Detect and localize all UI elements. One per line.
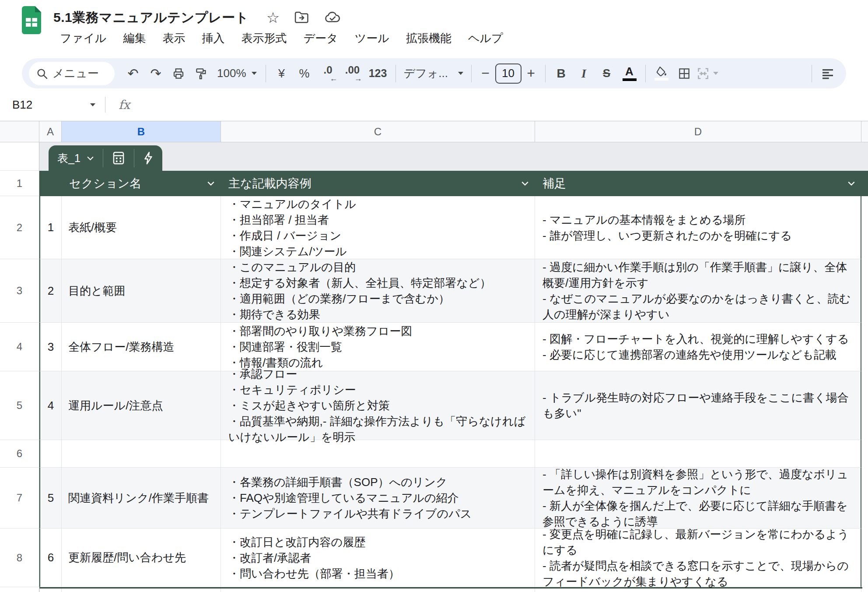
table-range-button[interactable] — [103, 145, 134, 171]
column-header-d[interactable]: D — [535, 121, 861, 142]
titlebar: 5.1業務マニュアルテンプレート ☆ ファイル 編集 表示 挿入 表示形式 デー… — [0, 0, 868, 58]
paint-format-button[interactable] — [190, 62, 213, 85]
row-number-2[interactable]: 2 — [0, 196, 39, 259]
sheets-logo-icon[interactable] — [18, 6, 44, 34]
more-formats-button[interactable]: 123 — [365, 67, 391, 80]
cell-a9[interactable] — [39, 588, 62, 592]
undo-button[interactable]: ↶ — [122, 62, 144, 85]
cell-b8[interactable]: 更新履歴/問い合わせ先 — [62, 529, 221, 587]
format-currency-button[interactable]: ¥ — [270, 62, 293, 85]
horizontal-align-button[interactable] — [816, 62, 839, 85]
cell-d2[interactable]: - マニュアルの基本情報をまとめる場所 - 誰が管理し、いつ更新されたのかを明確… — [535, 196, 861, 259]
merge-cells-icon — [696, 66, 710, 81]
cell-c7[interactable]: ・各業務の詳細手順書（SOP）へのリンク ・FAQや別途管理しているマニュアルの… — [221, 468, 535, 529]
menu-help[interactable]: ヘルプ — [460, 28, 511, 49]
cell-a4[interactable]: 3 — [39, 323, 62, 371]
header-cell-note[interactable]: 補足 — [535, 171, 861, 196]
menu-tools[interactable]: ツール — [346, 28, 398, 49]
merge-cells-button[interactable] — [696, 66, 718, 81]
cell-d3[interactable]: - 過度に細かい作業手順は別の「作業手順書」に譲り、全体概要/運用方針を示す -… — [535, 259, 861, 323]
select-all-corner[interactable] — [0, 121, 39, 142]
cell-a6[interactable] — [39, 440, 62, 468]
menu-insert[interactable]: 挿入 — [193, 28, 233, 49]
table-ai-button[interactable] — [134, 145, 162, 171]
chevron-down-icon — [458, 72, 463, 75]
cell-d5[interactable]: - トラブル発生時の対応フローや連絡手段をここに書く場合も多い" — [535, 371, 861, 440]
cell-b7[interactable]: 関連資料リンク/作業手順書 — [62, 468, 221, 529]
fill-color-button[interactable] — [650, 62, 673, 85]
cloud-saved-icon[interactable] — [324, 11, 341, 24]
row-number-5[interactable]: 5 — [0, 371, 39, 440]
menu-data[interactable]: データ — [295, 28, 346, 49]
decrease-decimal-button[interactable]: .0 ← — [316, 65, 340, 82]
fill-color-icon — [655, 66, 668, 77]
column-header-a[interactable]: A — [39, 121, 62, 142]
menu-view[interactable]: 表示 — [154, 28, 193, 49]
increase-decimal-button[interactable]: .00 → — [340, 65, 365, 82]
column-header-c[interactable]: C — [221, 121, 535, 142]
column-header-b-selected[interactable]: B — [62, 121, 221, 142]
fx-icon: fx — [119, 98, 130, 112]
cell-a2[interactable]: 1 — [39, 196, 62, 259]
header-cell-a[interactable] — [39, 171, 62, 196]
borders-button[interactable] — [673, 62, 696, 85]
cell-c3[interactable]: ・このマニュアルの目的 ・想定する対象者（新人、全社員、特定部署など） ・適用範… — [221, 259, 535, 323]
borders-icon — [678, 67, 691, 80]
row-number-7[interactable]: 7 — [0, 468, 39, 529]
row-number-3[interactable]: 3 — [0, 259, 39, 323]
cell-b9[interactable] — [62, 588, 221, 592]
header-cell-section[interactable]: セクション名 — [62, 171, 221, 196]
cell-c5[interactable]: ・承認フロー ・セキュリティポリシー ・ミスが起きやすい箇所と対策 ・品質基準や… — [221, 371, 535, 440]
row-number-8[interactable]: 8 — [0, 529, 39, 587]
text-color-button[interactable]: A — [618, 62, 641, 85]
font-family-select[interactable]: デフォ... — [400, 66, 467, 81]
toolbar-divider — [545, 65, 546, 82]
menu-format[interactable]: 表示形式 — [233, 28, 295, 49]
menu-extensions[interactable]: 拡張機能 — [398, 28, 460, 49]
increase-font-size-button[interactable]: + — [522, 65, 541, 81]
cell-a8[interactable]: 6 — [39, 529, 62, 587]
cell-d9[interactable] — [535, 588, 861, 592]
menu-edit[interactable]: 編集 — [115, 28, 154, 49]
cell-b6[interactable] — [62, 440, 221, 468]
header-cell-contents[interactable]: 主な記載内容例 — [221, 171, 535, 196]
cell-a3[interactable]: 2 — [39, 259, 62, 323]
font-size-input[interactable]: 10 — [495, 63, 522, 84]
search-menus-button[interactable]: メニュー — [29, 62, 115, 85]
document-title[interactable]: 5.1業務マニュアルテンプレート — [53, 9, 249, 27]
cell-c6[interactable] — [221, 440, 535, 468]
decrease-font-size-button[interactable]: − — [476, 65, 495, 81]
cell-c8[interactable]: ・改訂日と改訂内容の履歴 ・改訂者/承認者 ・問い合わせ先（部署・担当者） — [221, 529, 535, 587]
print-button[interactable] — [167, 62, 190, 85]
cell-d8[interactable]: - 変更点を明確に記録し、最新バージョンを常にわかるようにする - 読者が疑問点… — [535, 529, 861, 587]
cell-b2[interactable]: 表紙/概要 — [62, 196, 221, 259]
row-number-6[interactable]: 6 — [0, 440, 39, 468]
cell-a7[interactable]: 5 — [39, 468, 62, 529]
cell-d7[interactable]: - 「詳しい操作は別資料を参照」という形で、過度なボリュームを抑え、マニュアルを… — [535, 468, 861, 529]
italic-button[interactable]: I — [573, 62, 595, 85]
cell-d6[interactable] — [535, 440, 861, 468]
row-filler — [861, 171, 868, 196]
bold-button[interactable]: B — [550, 62, 573, 85]
table-header-row: 1 セクション名 主な記載内容例 補足 — [0, 171, 868, 196]
name-box[interactable]: B12 — [12, 98, 95, 112]
star-icon[interactable]: ☆ — [266, 10, 280, 25]
cell-b3[interactable]: 目的と範囲 — [62, 259, 221, 323]
menu-file[interactable]: ファイル — [52, 28, 115, 49]
cell-d4[interactable]: - 図解・フローチャートを入れ、視覚的に理解しやすくする - 必要に応じて連携部… — [535, 323, 861, 371]
strikethrough-button[interactable]: S — [595, 62, 618, 85]
cell-b4[interactable]: 全体フロー/業務構造 — [62, 323, 221, 371]
cell-a5[interactable]: 4 — [39, 371, 62, 440]
zoom-select[interactable]: 100% — [213, 67, 261, 80]
redo-button[interactable]: ↷ — [144, 62, 167, 85]
move-folder-icon[interactable] — [294, 11, 309, 24]
row-number-1[interactable]: 1 — [0, 171, 39, 196]
formula-bar-divider — [105, 97, 105, 113]
cell-c2[interactable]: ・マニュアルのタイトル ・担当部署 / 担当者 ・作成日 / バージョン ・関連… — [221, 196, 535, 259]
format-percent-button[interactable]: % — [293, 62, 316, 85]
cell-c9[interactable] — [221, 588, 535, 592]
cell-c4[interactable]: ・部署間のやり取りや業務フロー図 ・関連部署・役割一覧 ・情報/書類の流れ — [221, 323, 535, 371]
table-name-menu[interactable]: 表_1 — [49, 145, 103, 171]
row-number-4[interactable]: 4 — [0, 323, 39, 371]
cell-b5[interactable]: 運用ルール/注意点 — [62, 371, 221, 440]
